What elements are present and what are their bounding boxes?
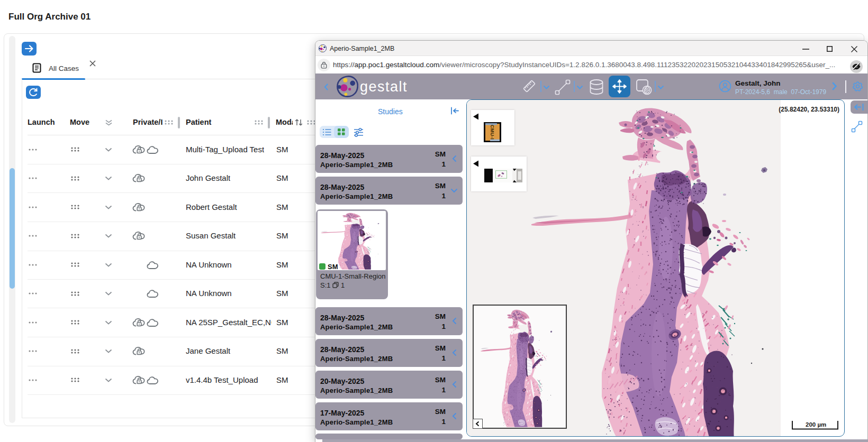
svg-text:CMU-I: CMU-I	[490, 125, 495, 140]
